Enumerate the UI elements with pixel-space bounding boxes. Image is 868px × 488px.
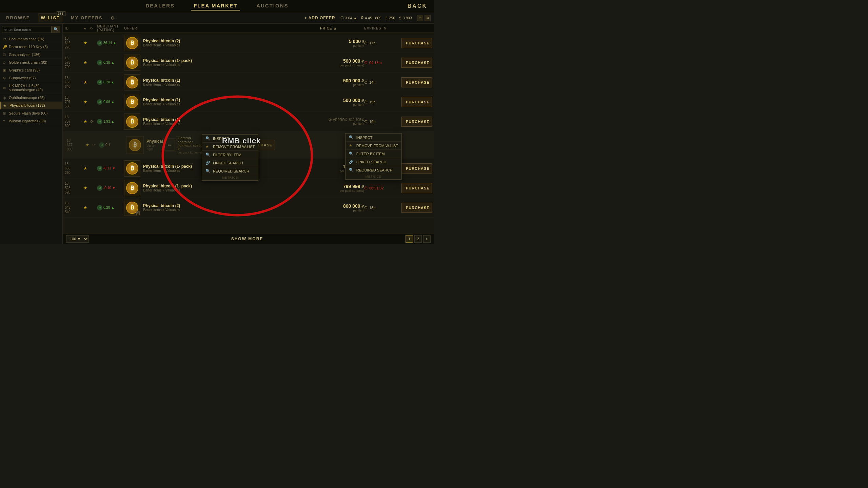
search-button[interactable]: 🔍	[52, 26, 60, 33]
purchase-button[interactable]: PURCHASE	[401, 77, 432, 87]
rating-trend: ▲	[113, 41, 116, 45]
sidebar-item-docs-case[interactable]: 🗂 Documents case (16)	[0, 35, 62, 43]
item-image: ₿	[126, 136, 144, 154]
wlist-badge: 2/3	[57, 11, 66, 16]
context-remove-wlist[interactable]: ★ REMOVE FROM W-LIST	[202, 143, 258, 151]
expires-cell: ⏱ 19h	[364, 100, 401, 104]
search-input[interactable]	[2, 26, 52, 33]
merchant-rating: M 1.93 ▲	[97, 119, 124, 124]
settings-icon[interactable]: ⚙	[111, 15, 115, 21]
linked-icon: 🔗	[205, 161, 210, 165]
right-context-filter-item[interactable]: 🔍 FILTER BY ITEM	[346, 150, 401, 158]
offer-category: Barter Items > Valuables	[143, 63, 320, 67]
sidebar-item-gunpowder[interactable]: ⊛ Gunpowder (97)	[0, 74, 62, 82]
sidebar-item-graphics-card[interactable]: ▣ Graphics card (93)	[0, 66, 62, 74]
context-linked-search[interactable]: 🔗 LINKED SEARCH	[202, 159, 258, 167]
favorite-icon[interactable]: ★	[83, 119, 90, 124]
tab-dealers[interactable]: DEALERS	[143, 1, 178, 11]
merchant-rating: M 0.1	[99, 142, 126, 148]
right-context-remove-wlist[interactable]: ★ REMOVE FROM W-LIST	[346, 142, 401, 150]
coin-value: 3.04 ▲	[345, 16, 357, 20]
second-nav: BROWSE W-LIST 2/3 MY OFFERS ⚙ + ADD OFFE…	[0, 12, 434, 24]
context-required-search[interactable]: 🔍 REQUIRED SEARCH	[202, 167, 258, 175]
favorite-icon[interactable]: ★	[83, 60, 90, 65]
favorite-icon[interactable]: ★	[85, 142, 92, 147]
offer-name: Physical bitcoin (1- pack)	[143, 58, 320, 63]
clock-icon: ⏱	[364, 80, 368, 84]
expires-cell: ⏱ 04:18m	[364, 61, 401, 65]
back-button[interactable]: BACK	[408, 3, 427, 9]
refresh-icon[interactable]: ⟳	[92, 143, 99, 147]
expires-value: 04:18m	[369, 61, 382, 65]
purchase-button[interactable]: PURCHASE	[401, 203, 432, 213]
offer-category: Barter Items > Valuables	[143, 102, 320, 106]
tab-auctions[interactable]: AUCTIONS	[254, 1, 291, 11]
context-inspect[interactable]: 🔍 INSPECT	[202, 135, 258, 143]
offer-info: Physical bitcoin (1- pack) Barter Items …	[143, 58, 320, 67]
left-context-menu: 🔍 INSPECT ★ REMOVE FROM W-LIST 🔍 FILTER …	[202, 134, 258, 181]
purchase-button[interactable]: PURCHASE	[401, 163, 432, 174]
sidebar-item-hk-mp7[interactable]: ⊠ HK MP7A1 4.6x30 submachinegun (49)	[0, 82, 62, 94]
purchase-button[interactable]: PURCHASE	[401, 38, 432, 48]
item-image: ₿	[124, 160, 140, 177]
add-offer-button[interactable]: + ADD OFFER	[304, 16, 335, 20]
offer-info: Physical bitcoin (1) Barter Items > Valu…	[143, 117, 320, 126]
bitcoin-coin-icon: ₿	[126, 57, 138, 69]
right-context-linked-search[interactable]: 🔗 LINKED SEARCH	[346, 158, 401, 166]
sidebar-item-secure-flash[interactable]: ⊟ Secure Flash drive (60)	[0, 109, 62, 117]
view-grid-button[interactable]: ⊞	[425, 15, 431, 21]
browse-tab[interactable]: BROWSE	[3, 14, 33, 22]
price-cell: 500 000 ₽ per pack (1 items)	[320, 58, 364, 67]
sidebar-item-label: Secure Flash drive (60)	[9, 111, 47, 115]
context-filter-item[interactable]: 🔍 FILTER BY ITEM	[202, 151, 258, 159]
price-currency: ₽	[360, 79, 364, 83]
row-id: 18543540	[65, 201, 83, 214]
expires-value: 00:51:32	[369, 186, 384, 190]
barter-item-image: GC	[163, 138, 176, 152]
offer-cell: ₿ Physical bitcoin (1) Barter Items > Va…	[124, 74, 320, 90]
sidebar-item-golden-chain[interactable]: ◇ Golden neck chain (92)	[0, 59, 62, 66]
tab-flea-market[interactable]: FLEA MARKET	[191, 1, 240, 11]
row-id: 18523520	[65, 181, 83, 195]
currency-eur: € 256	[386, 16, 395, 20]
page-1-button[interactable]: 1	[406, 235, 413, 243]
purchase-button[interactable]: PURCHASE	[401, 117, 432, 127]
page-next-button[interactable]: >	[423, 235, 431, 243]
purchase-button[interactable]: PURCHASE	[401, 183, 432, 193]
offer-info: Physical bitcoin (2) Barter Items > Valu…	[143, 39, 320, 47]
col-price[interactable]: Price ▲	[320, 26, 364, 30]
page-2-button[interactable]: 2	[414, 235, 422, 243]
context-inspect-label: INSPECT	[213, 137, 229, 141]
sidebar-item-dorm-key[interactable]: 🔑 Dorm room 110 Key (5)	[0, 43, 62, 51]
right-context-inspect[interactable]: 🔍 INSPECT	[346, 134, 401, 142]
wilston-icon: ≡	[3, 119, 7, 123]
physical-bitcoin-icon: ◈	[3, 103, 7, 107]
sidebar-item-gas-analyzer[interactable]: ⊡ Gas analyzer (186)	[0, 51, 62, 59]
price-value: 800 000	[343, 203, 360, 209]
purchase-button[interactable]: PURCHASE	[401, 97, 432, 107]
show-more-button[interactable]: SHOW MORE	[89, 237, 406, 241]
sidebar-item-physical-bitcoin[interactable]: ◈ Physical bitcoin (172)	[0, 102, 62, 109]
expires-value: 14h	[369, 80, 375, 84]
wlist-tab[interactable]: W-LIST 2/3	[38, 14, 63, 22]
right-context-required-search[interactable]: 🔍 REQUIRED SEARCH	[346, 166, 401, 174]
favorite-icon[interactable]: ★	[83, 40, 90, 45]
favorite-icon[interactable]: ★	[83, 166, 90, 171]
refresh-icon[interactable]: ⟳	[90, 119, 97, 124]
clock-icon: ⏱	[364, 120, 368, 124]
my-offers-tab[interactable]: MY OFFERS	[68, 14, 105, 22]
per-page-select[interactable]: 100 ▼ 50 25	[66, 235, 89, 243]
favorite-icon[interactable]: ★	[83, 185, 90, 190]
pagination: 1 2 >	[406, 235, 431, 243]
favorite-icon[interactable]: ★	[83, 80, 90, 85]
purchase-button[interactable]: PURCHASE	[401, 58, 432, 68]
view-list-button[interactable]: ≡	[417, 15, 423, 21]
favorite-icon[interactable]: ★	[83, 99, 90, 104]
hk-mp7-icon: ⊠	[3, 86, 7, 90]
table-row: 18707820 ★ ⟳ M 1.93 ▲ ₿ Physical bitcoin…	[63, 112, 434, 131]
favorite-icon[interactable]: ★	[83, 205, 90, 210]
table-row: 18573790 ★ M 0.38 ▲ ₿ Physical bitcoin (…	[63, 53, 434, 73]
expires-value: 19h	[369, 120, 375, 124]
sidebar-item-ophthalmoscope[interactable]: ◎ Ophthalmoscope (25)	[0, 94, 62, 102]
sidebar-item-wilston[interactable]: ≡ Wilston cigarettes (38)	[0, 117, 62, 125]
